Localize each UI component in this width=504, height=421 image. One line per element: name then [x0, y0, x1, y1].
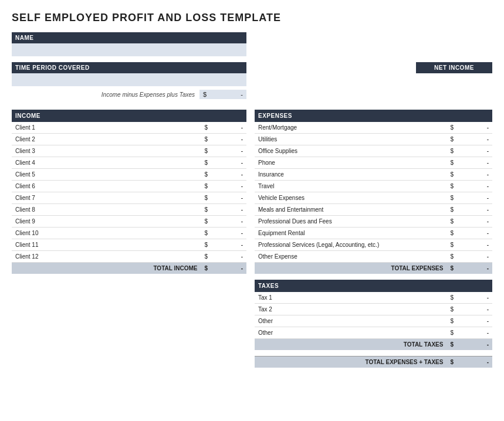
expense-row-dollar: $ — [447, 216, 457, 228]
expense-row: Vehicle Expenses $ — [255, 192, 492, 204]
income-row-dollar: $ — [201, 216, 211, 228]
total-expenses-taxes-label: TOTAL EXPENSES + TAXES — [255, 357, 447, 368]
expense-row-label: Insurance — [255, 169, 447, 181]
expenses-table: EXPENSES Rent/Mortgage $ Utilities $ Off… — [255, 110, 492, 274]
time-input[interactable] — [12, 73, 246, 86]
income-row-label: Client 11 — [12, 239, 201, 251]
expense-row-dollar: $ — [447, 157, 457, 169]
income-row-value[interactable] — [211, 251, 246, 263]
income-table: INCOME Client 1 $ Client 2 $ Client 3 $ … — [12, 110, 246, 274]
income-row-value[interactable] — [211, 239, 246, 251]
expense-row-value[interactable] — [457, 204, 492, 216]
income-row: Client 9 $ — [12, 216, 246, 228]
taxes-table: TAXES Tax 1 $ Tax 2 $ Other $ Other $ TO… — [255, 280, 492, 350]
income-row-value[interactable] — [211, 169, 246, 181]
income-row: Client 4 $ — [12, 157, 246, 169]
income-row-value[interactable] — [211, 145, 246, 157]
expense-row-label: Office Supplies — [255, 145, 447, 157]
income-row: Client 12 $ — [12, 251, 246, 263]
income-total-row: TOTAL INCOME $ - — [12, 263, 246, 274]
income-row-value[interactable] — [211, 216, 246, 228]
expense-row-value[interactable] — [457, 134, 492, 145]
expenses-total-label: TOTAL EXPENSES — [255, 263, 447, 274]
expense-row-label: Phone — [255, 157, 447, 169]
income-row: Client 10 $ — [12, 228, 246, 239]
expense-row-label: Other Expense — [255, 251, 447, 263]
income-row: Client 5 $ — [12, 169, 246, 181]
expense-row: Professional Services (Legal, Accounting… — [255, 239, 492, 251]
expense-row-value[interactable] — [457, 228, 492, 239]
expense-row-dollar: $ — [447, 204, 457, 216]
expense-row-dollar: $ — [447, 145, 457, 157]
expense-row-label: Meals and Entertainment — [255, 204, 447, 216]
expense-row-value[interactable] — [457, 251, 492, 263]
income-total-value: - — [211, 263, 246, 274]
tax-row-value[interactable] — [457, 327, 492, 339]
income-row-dollar: $ — [201, 145, 211, 157]
income-row-label: Client 10 — [12, 228, 201, 239]
expense-row-label: Equipment Rental — [255, 228, 447, 239]
income-row-value[interactable] — [211, 204, 246, 216]
income-row: Client 6 $ — [12, 181, 246, 192]
expense-row: Utilities $ — [255, 134, 492, 145]
income-row-label: Client 1 — [12, 122, 201, 134]
name-input[interactable] — [12, 43, 246, 56]
expense-row-value[interactable] — [457, 169, 492, 181]
income-row-value[interactable] — [211, 157, 246, 169]
expense-row-value[interactable] — [457, 157, 492, 169]
expenses-total-value: - — [457, 263, 492, 274]
expense-row-value[interactable] — [457, 239, 492, 251]
expense-row-value[interactable] — [457, 181, 492, 192]
income-row-label: Client 4 — [12, 157, 201, 169]
total-expenses-taxes-table: TOTAL EXPENSES + TAXES $ - — [255, 356, 492, 368]
expense-row-value[interactable] — [457, 192, 492, 204]
tax-row-value[interactable] — [457, 315, 492, 327]
total-expenses-taxes-dollar: $ — [447, 357, 457, 368]
income-row-value[interactable] — [211, 134, 246, 145]
income-row-dollar: $ — [201, 204, 211, 216]
expense-row-dollar: $ — [447, 251, 457, 263]
tax-row: Tax 1 $ — [255, 292, 492, 304]
expense-row-value[interactable] — [457, 145, 492, 157]
income-total-label: TOTAL INCOME — [12, 263, 201, 274]
expense-row-label: Utilities — [255, 134, 447, 145]
total-expenses-taxes-value: - — [457, 357, 492, 368]
expense-row: Insurance $ — [255, 169, 492, 181]
income-row: Client 2 $ — [12, 134, 246, 145]
income-header: INCOME — [12, 110, 246, 122]
income-row: Client 8 $ — [12, 204, 246, 216]
expense-row-dollar: $ — [447, 192, 457, 204]
page-title: SELF EMPLOYED PROFIT AND LOSS TEMPLATE — [12, 12, 492, 24]
income-row-value[interactable] — [211, 192, 246, 204]
tax-row-value[interactable] — [457, 292, 492, 304]
income-row-value[interactable] — [211, 181, 246, 192]
income-row-value[interactable] — [211, 122, 246, 134]
tax-row: Other $ — [255, 315, 492, 327]
expense-row-value[interactable] — [457, 216, 492, 228]
expense-row-dollar: $ — [447, 181, 457, 192]
income-row-dollar: $ — [201, 181, 211, 192]
income-row-label: Client 8 — [12, 204, 201, 216]
income-row-value[interactable] — [211, 228, 246, 239]
income-row-label: Client 12 — [12, 251, 201, 263]
tax-row-label: Other — [255, 327, 447, 339]
taxes-header: TAXES — [255, 280, 492, 292]
income-row-dollar: $ — [201, 169, 211, 181]
net-income-dollar: $ — [203, 91, 207, 98]
tax-row-dollar: $ — [447, 292, 457, 304]
expense-row-label: Vehicle Expenses — [255, 192, 447, 204]
net-income-label: NET INCOME — [416, 62, 492, 73]
taxes-total-dollar: $ — [447, 339, 457, 351]
tax-row: Other $ — [255, 327, 492, 339]
income-row-label: Client 3 — [12, 145, 201, 157]
expense-row-value[interactable] — [457, 122, 492, 134]
taxes-total-row: TOTAL TAXES $ - — [255, 339, 492, 351]
income-row-dollar: $ — [201, 157, 211, 169]
income-row-label: Client 9 — [12, 216, 201, 228]
expense-row: Rent/Mortgage $ — [255, 122, 492, 134]
net-income-value: - — [209, 91, 243, 98]
tax-row-value[interactable] — [457, 304, 492, 315]
name-label: NAME — [12, 32, 246, 43]
expense-row: Office Supplies $ — [255, 145, 492, 157]
income-row-label: Client 6 — [12, 181, 201, 192]
